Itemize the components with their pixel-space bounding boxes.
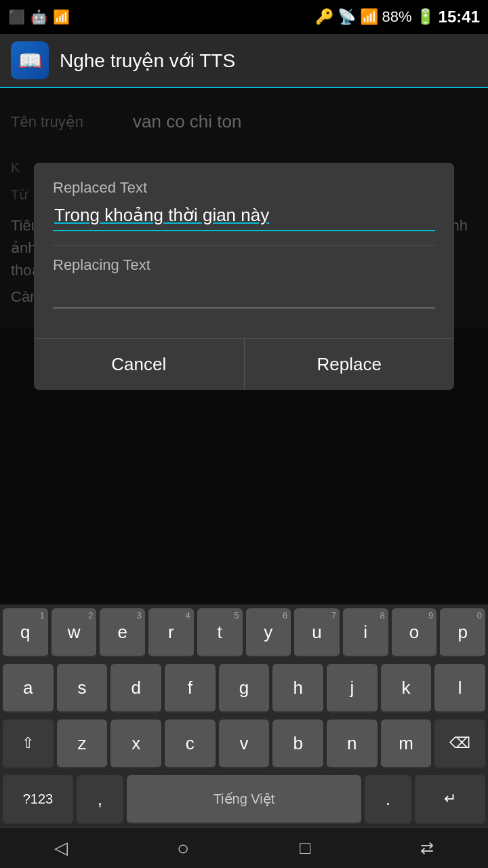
photo-icon: ⬛	[8, 9, 25, 25]
key-backspace[interactable]: ⌫	[434, 719, 485, 768]
wifi-icon: 📶	[53, 9, 70, 25]
battery-icon: 🔋	[416, 8, 434, 26]
nav-back-button[interactable]: ◁	[41, 835, 81, 862]
key-numbers[interactable]: ?123	[3, 775, 73, 824]
bug-icon: 🤖	[30, 9, 47, 25]
nav-bar: ◁ ○ □ ⇄	[0, 827, 488, 868]
replacing-text-input[interactable]	[53, 279, 435, 309]
key-t[interactable]: 5t	[197, 608, 243, 657]
key-w[interactable]: 2w	[52, 608, 97, 657]
key-o[interactable]: 9o	[392, 608, 437, 657]
key-r[interactable]: 4r	[148, 608, 194, 657]
key-p[interactable]: 0p	[440, 608, 485, 657]
key-e[interactable]: 3e	[100, 608, 145, 657]
key-c[interactable]: c	[165, 719, 216, 768]
battery-percent: 88%	[382, 8, 412, 26]
app-title: Nghe truyện với TTS	[60, 50, 235, 72]
key-s[interactable]: s	[57, 664, 108, 713]
key-y[interactable]: 6y	[246, 608, 291, 657]
replacing-input-row	[53, 279, 435, 309]
replaced-text-label: Replaced Text	[53, 179, 435, 197]
status-bar: ⬛ 🤖 📶 🔑 📡 📶 88% 🔋 15:41	[0, 0, 488, 34]
cancel-button[interactable]: Cancel	[34, 339, 245, 390]
replaced-input-row	[53, 202, 435, 231]
key-q[interactable]: 1q	[3, 608, 48, 657]
keyboard-row-2: a s d f g h j k l	[0, 660, 488, 716]
key-z[interactable]: z	[57, 719, 108, 768]
status-time: 15:41	[439, 7, 480, 26]
app-bar: 📖 Nghe truyện với TTS	[0, 34, 488, 88]
status-icons-left: ⬛ 🤖 📶	[8, 9, 70, 25]
replace-text-dialog: Replaced Text Replacing Text Cancel Repl…	[34, 163, 454, 390]
app-icon-symbol: 📖	[18, 50, 42, 72]
key-shift[interactable]: ⇧	[3, 719, 54, 768]
replacing-text-field[interactable]: Replacing Text	[53, 256, 435, 309]
keyboard-row-1: 1q 2w 3e 4r 5t 6y 7u 8i 9o 0p	[0, 605, 488, 660]
key-l[interactable]: l	[434, 664, 485, 713]
key-a[interactable]: a	[3, 664, 54, 713]
app-icon: 📖	[11, 41, 49, 79]
key-m[interactable]: m	[381, 719, 432, 768]
key-f[interactable]: f	[165, 664, 216, 713]
key-icon: 🔑	[315, 8, 333, 26]
nav-recents-button[interactable]: □	[285, 835, 325, 862]
key-h[interactable]: h	[272, 664, 323, 713]
replaced-text-field[interactable]: Replaced Text	[53, 179, 435, 231]
replacing-text-label: Replacing Text	[53, 256, 435, 274]
key-j[interactable]: j	[327, 664, 378, 713]
key-enter[interactable]: ↵	[415, 775, 485, 824]
nav-extra-button[interactable]: ⇄	[407, 835, 447, 862]
wifi-strength-icon: 📡	[338, 8, 356, 26]
dialog-buttons: Cancel Replace	[34, 338, 454, 390]
key-x[interactable]: x	[110, 719, 161, 768]
keyboard-row-3: ⇧ z x c v b n m ⌫	[0, 716, 488, 772]
key-b[interactable]: b	[272, 719, 323, 768]
dialog-body: Replaced Text Replacing Text	[34, 163, 454, 330]
key-i[interactable]: 8i	[343, 608, 388, 657]
key-n[interactable]: n	[327, 719, 378, 768]
keyboard-row-4: ?123 , Tiếng Việt . ↵	[0, 772, 488, 827]
key-space[interactable]: Tiếng Việt	[127, 775, 361, 824]
key-d[interactable]: d	[110, 664, 161, 713]
signal-icon: 📶	[360, 8, 378, 26]
status-icons-right: 🔑 📡 📶 88% 🔋 15:41	[315, 7, 480, 26]
replace-button[interactable]: Replace	[245, 339, 455, 390]
key-comma[interactable]: ,	[77, 775, 123, 824]
key-k[interactable]: k	[381, 664, 432, 713]
keyboard: 1q 2w 3e 4r 5t 6y 7u 8i 9o 0p a s d f g …	[0, 605, 488, 827]
key-period[interactable]: .	[365, 775, 411, 824]
key-v[interactable]: v	[219, 719, 270, 768]
nav-home-button[interactable]: ○	[163, 835, 203, 862]
key-g[interactable]: g	[219, 664, 270, 713]
replaced-text-input[interactable]	[53, 202, 435, 231]
key-u[interactable]: 7u	[294, 608, 340, 657]
